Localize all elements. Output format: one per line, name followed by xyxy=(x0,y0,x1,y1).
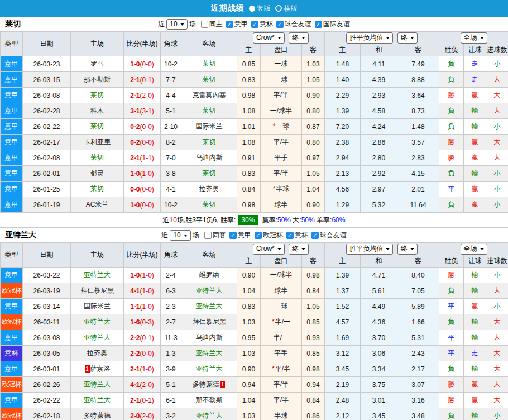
filter-option-label: 球会友谊 xyxy=(320,231,347,240)
checkbox-checked-icon[interactable]: ✓ xyxy=(311,232,319,239)
filter-option[interactable]: ✓国际友谊 xyxy=(315,20,350,29)
avg-lose: 3.48 xyxy=(397,408,439,420)
filter-option[interactable]: 同客 xyxy=(204,231,226,240)
match-row: 欧冠杯26-03-11亚特兰大1-6(0-3)2-7拜仁慕尼黑1.03*半/一0… xyxy=(1,314,508,330)
odds-home: 1.04 xyxy=(237,283,261,299)
result-wdl: 勝 xyxy=(439,150,464,166)
summary-bar: 近10场,胜3平1负6, 胜率:30% 赢率:50% 大:50% 单率:60% xyxy=(0,213,508,228)
recent-count-select[interactable]: 10▼ xyxy=(170,230,190,241)
avg-lose: 2.43 xyxy=(397,346,439,361)
checkbox-unchecked-icon[interactable] xyxy=(204,232,212,239)
handicap-value: 平手 xyxy=(275,349,288,357)
col-header-away: 客场 xyxy=(181,243,237,268)
radio-option-horizontal[interactable]: 横版 xyxy=(275,4,298,13)
filter-option[interactable]: ✓意甲 xyxy=(226,20,248,29)
avg-draw: 5.61 xyxy=(361,283,397,299)
checkbox-checked-icon[interactable]: ✓ xyxy=(276,21,284,28)
halftime-score: (1-0) xyxy=(140,271,154,279)
summary-part: 单率: xyxy=(315,216,332,225)
odds-home: 0.83 xyxy=(237,299,261,314)
scope-select[interactable]: 全场▼ xyxy=(461,244,487,255)
corner-score: 5-1 xyxy=(161,377,181,393)
handicap-value: 球半 xyxy=(275,287,288,294)
scope-select[interactable]: 全场▼ xyxy=(461,32,487,44)
matches-table: 类型 日期 主场 比分(半场) 角球 客场 Crow*▼ 终▼ 胜平负均值▼ 终… xyxy=(0,242,508,420)
handicap-value: 球半 xyxy=(275,201,288,208)
match-row: 意甲26-02-22莱切0-2(0-0)2-10国际米兰1.01*一球0.877… xyxy=(1,119,508,135)
home-team: 亚特兰大 xyxy=(71,377,124,393)
odds-source-select[interactable]: Crow*▼ xyxy=(253,244,285,255)
corner-score: 2-7 xyxy=(161,314,181,330)
halftime-score: (0-3) xyxy=(140,318,154,326)
avg-source-select[interactable]: 胜平负均值▼ xyxy=(346,32,393,44)
filter-option[interactable]: ✓球会友谊 xyxy=(311,231,347,240)
odds-away: 0.87 xyxy=(302,119,325,135)
handicap: 一/球半 xyxy=(261,103,302,119)
filter-option[interactable]: 同主 xyxy=(201,20,223,29)
away-team: 亚特兰大 xyxy=(181,408,237,420)
match-row: 欧冠杯26-02-26亚特兰大4-1(2-0)5-1多特蒙德10.94平/半0.… xyxy=(1,377,508,393)
league-badge: 意甲 xyxy=(1,361,23,377)
checkbox-checked-icon[interactable]: ✓ xyxy=(255,232,262,239)
corner-score: 4-1 xyxy=(161,182,181,197)
filter-option[interactable]: ✓球会友谊 xyxy=(276,20,311,29)
result-wdl: 負 xyxy=(439,314,464,330)
avg-source-select[interactable]: 胜平负均值▼ xyxy=(346,244,393,255)
matches-table: 类型 日期 主场 比分(半场) 角球 客场 Crow*▼ 终▼ 胜平负均值▼ 终… xyxy=(0,31,508,213)
fulltime-score: 2-0 xyxy=(130,412,140,420)
handicap: 平/半 xyxy=(261,166,302,182)
home-team-name: 国际米兰 xyxy=(84,302,111,310)
corner-score: 3-2 xyxy=(161,408,181,420)
filter-option[interactable]: ✓意杯 xyxy=(251,20,273,29)
home-team-name: 那不勒斯 xyxy=(84,75,111,83)
col-header-odds-away: 客 xyxy=(302,44,325,56)
corner-score: 11-3 xyxy=(161,330,181,346)
filter-option[interactable]: ✓意杯 xyxy=(286,231,308,240)
chevron-down-icon: ▼ xyxy=(409,33,415,42)
avg-win: 2.94 xyxy=(325,150,361,166)
corner-score: 7-7 xyxy=(161,72,181,88)
result-wdl: 負 xyxy=(439,408,464,420)
checkbox-checked-icon[interactable]: ✓ xyxy=(251,21,258,28)
checkbox-checked-icon[interactable]: ✓ xyxy=(226,21,233,28)
avg-win: 4.57 xyxy=(325,314,361,330)
avg-source-value: 胜平负均值 xyxy=(349,244,383,254)
odds-away: 0.86 xyxy=(302,408,325,420)
recent-count-select[interactable]: 10▼ xyxy=(166,19,187,30)
summary-part: 30% xyxy=(238,215,258,225)
away-team: 莱切 xyxy=(181,103,237,119)
checkbox-unchecked-icon[interactable] xyxy=(201,21,208,28)
odds-final-select[interactable]: 终▼ xyxy=(289,244,309,255)
league-badge: 意甲 xyxy=(1,299,23,314)
result-goals: 小 xyxy=(486,56,508,72)
odds-away: 0.98 xyxy=(302,361,325,377)
odds-home: 1.03 xyxy=(237,408,261,420)
avg-lose: 2.83 xyxy=(397,150,439,166)
filter-option[interactable]: ✓欧冠杯 xyxy=(255,231,283,240)
away-team-name: 亚特兰大 xyxy=(196,349,223,357)
avg-final-select[interactable]: 终▼ xyxy=(397,244,418,255)
radio-option-vertical[interactable]: 竖版 xyxy=(249,4,271,13)
radio-horizontal-label[interactable]: 横版 xyxy=(284,4,298,13)
league-badge: 意甲 xyxy=(1,182,23,197)
fulltime-score: 2-1 xyxy=(130,365,140,373)
avg-final-select[interactable]: 终▼ xyxy=(397,32,418,44)
match-row: 意甲26-03-23罗马1-0(0-0)10-2莱切0.85一球1.031.48… xyxy=(1,56,508,72)
handicap-value: 半/一 xyxy=(275,318,290,326)
recent-label: 近 xyxy=(161,231,168,240)
checkbox-checked-icon[interactable]: ✓ xyxy=(229,232,237,239)
checkbox-checked-icon[interactable]: ✓ xyxy=(315,21,322,28)
filter-option[interactable]: ✓意甲 xyxy=(229,231,251,240)
match-row: 意甲26-01-19AC米兰1-0(0-0)10-2莱切0.98球半0.901.… xyxy=(1,197,508,213)
result-wdl: 負 xyxy=(439,197,464,213)
radio-unselected-icon[interactable] xyxy=(275,5,282,12)
checkbox-checked-icon[interactable]: ✓ xyxy=(286,232,294,239)
radio-selected-icon[interactable] xyxy=(249,6,255,12)
halftime-score: (3-1) xyxy=(140,107,154,115)
odds-home: 0.95 xyxy=(237,330,261,346)
odds-source-select[interactable]: Crow*▼ xyxy=(253,32,285,44)
odds-final-select[interactable]: 终▼ xyxy=(289,32,309,44)
handicap-value: 平/半 xyxy=(275,365,290,373)
halftime-score: (0-0) xyxy=(140,139,154,146)
radio-vertical-label[interactable]: 竖版 xyxy=(257,4,271,13)
